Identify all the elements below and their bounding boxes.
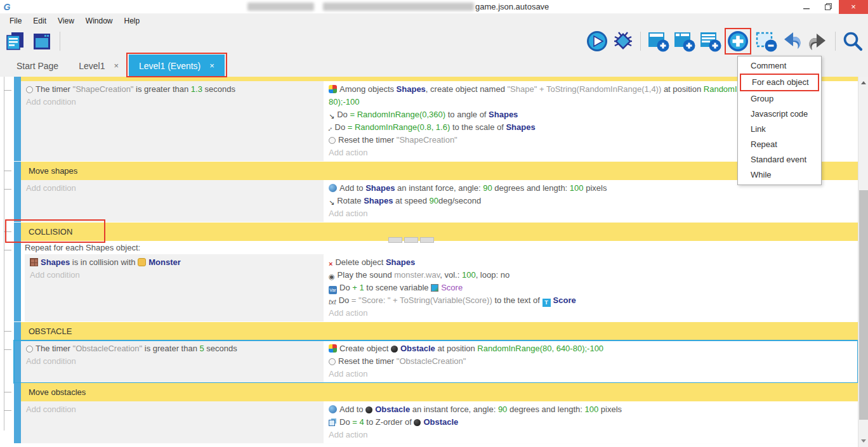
search-icon[interactable] (841, 30, 864, 53)
action-line[interactable]: Do = 4 to Z-order of Obstacle (324, 416, 858, 429)
titlebar: G game.json.autosave × (0, 0, 868, 14)
text-segment: Add condition (26, 356, 76, 366)
add-action-placeholder[interactable]: Add action (324, 368, 858, 380)
event-handle-bar[interactable] (14, 322, 21, 340)
text-segment: Rotate (337, 196, 364, 205)
tab-close-icon[interactable]: × (209, 61, 214, 70)
add-action-placeholder[interactable]: Add action (324, 307, 858, 320)
add-condition-placeholder[interactable]: Add condition (21, 182, 324, 195)
context-menu-item-while[interactable]: While (738, 167, 821, 183)
event-row[interactable]: The timer "ShapeCreation" is greater tha… (14, 81, 858, 162)
scene-window-icon[interactable] (30, 30, 53, 53)
menu-help[interactable]: Help (119, 14, 146, 28)
condition-line[interactable]: The timer "ObstacleCreation" is greater … (21, 342, 324, 355)
group-header-move-shapes[interactable]: Move shapes (14, 162, 858, 180)
action-line[interactable]: ↘Rotate Shapes at speed 90deg/second (324, 195, 858, 207)
debug-icon[interactable] (612, 30, 635, 53)
text-segment: Add to (339, 405, 365, 414)
menu-edit[interactable]: Edit (27, 14, 52, 28)
add-subevent-icon[interactable] (673, 30, 695, 53)
close-button[interactable]: × (839, 0, 868, 14)
condition-line[interactable]: The timer "ShapeCreation" is greater tha… (21, 83, 324, 96)
tab-level1[interactable]: Level1× (69, 55, 129, 77)
context-menu-item-group[interactable]: Group (738, 91, 821, 107)
context-menu-item-comment[interactable]: Comment (738, 58, 821, 74)
action-line[interactable]: ◉Play the sound monster.wav, vol.: 100, … (324, 269, 858, 282)
scroll-down-arrow-icon[interactable] (861, 439, 866, 443)
context-menu-item-standard-event[interactable]: Standard event (738, 152, 821, 167)
redo-icon[interactable] (806, 30, 829, 53)
add-standard-event-icon[interactable] (647, 30, 669, 53)
text-segment: The timer (36, 84, 73, 94)
minimize-button[interactable] (796, 0, 817, 14)
event-row[interactable]: Repeat for each Shapes object:Shapes is … (14, 241, 858, 322)
angle-icon: ↘ (329, 112, 334, 120)
add-action-placeholder[interactable]: Add action (324, 207, 858, 220)
add-condition-placeholder[interactable]: Add condition (21, 355, 324, 368)
add-event-type-icon[interactable] (727, 30, 749, 53)
add-comment-icon[interactable] (699, 30, 721, 53)
context-menu-item-for-each-object[interactable]: For each object (741, 75, 818, 90)
action-line[interactable]: Add to Obstacle an instant force, angle:… (324, 403, 858, 416)
group-label: Move obstacles (21, 383, 858, 401)
event-row[interactable]: Add conditionAdd to Obstacle an instant … (14, 401, 858, 444)
remove-event-icon[interactable] (754, 30, 777, 53)
restore-button[interactable] (817, 0, 839, 14)
action-line[interactable]: ×Delete object Shapes (324, 256, 858, 269)
event-handle-bar[interactable] (14, 81, 21, 161)
delete-icon: × (329, 260, 332, 268)
text-segment: Play the sound (338, 270, 395, 280)
event-handle-bar[interactable] (14, 241, 21, 321)
play-icon[interactable] (586, 30, 608, 53)
action-line[interactable]: txtDo = "Score: " + ToString(Variable(Sc… (324, 294, 858, 307)
text-segment: an instant force, angle: (410, 405, 498, 414)
action-line[interactable]: Create object Obstacle at position Rando… (324, 342, 858, 355)
tab-close-icon[interactable]: × (114, 61, 119, 70)
text-segment: Obstacle (375, 405, 410, 414)
event-row[interactable]: Add conditionAdd to Shapes an instant fo… (14, 180, 858, 223)
event-handle-bar[interactable] (14, 383, 21, 401)
action-line[interactable]: VarDo + 1 to scene variable Score (324, 282, 858, 294)
context-menu-item-javascript-code[interactable]: Javascript code (738, 107, 821, 122)
scrollbar-thumb[interactable] (859, 190, 868, 420)
text-segment: Monster (148, 257, 181, 267)
event-handle-bar[interactable] (14, 401, 21, 443)
text-segment: = RandomInRange(0.8, 1.6) (348, 122, 450, 132)
foreach-header[interactable]: Repeat for each Shapes object: (21, 241, 858, 254)
event-handle-bar[interactable] (14, 162, 21, 180)
text-segment: 5 (200, 344, 204, 353)
add-condition-placeholder[interactable]: Add condition (25, 269, 324, 282)
menu-file[interactable]: File (4, 14, 27, 28)
event-row[interactable]: The timer "ObstacleCreation" is greater … (14, 340, 858, 383)
action-line[interactable]: Reset the timer "ObstacleCreation" (324, 355, 858, 368)
tab-level1-events-[interactable]: Level1 (Events)× (129, 55, 225, 77)
text-segment: to Z-order of (364, 417, 414, 427)
tab-start-page[interactable]: Start Page (6, 55, 69, 77)
project-manager-icon[interactable] (4, 30, 27, 53)
group-header-move-obstacles[interactable]: Move obstacles (14, 383, 858, 401)
event-handle-bar[interactable] (14, 223, 21, 241)
text-segment: is greater than (133, 84, 190, 94)
tab-label: Start Page (16, 61, 58, 71)
event-handle-bar[interactable] (14, 180, 21, 222)
vertical-scrollbar[interactable] (858, 77, 868, 447)
group-header-collision[interactable]: COLLISION (14, 223, 858, 241)
context-menu-item-repeat[interactable]: Repeat (738, 137, 821, 152)
text-segment: Add action (329, 430, 367, 439)
context-menu-item-link[interactable]: Link (738, 122, 821, 137)
text-segment: Add condition (26, 97, 76, 107)
add-condition-placeholder[interactable]: Add condition (21, 96, 324, 108)
obstacle-icon (414, 419, 421, 426)
menu-view[interactable]: View (52, 14, 80, 28)
add-condition-placeholder[interactable]: Add condition (21, 403, 324, 416)
tab-label: Level1 (Events) (139, 61, 201, 71)
undo-icon[interactable] (780, 30, 803, 53)
menu-window[interactable]: Window (80, 14, 119, 28)
event-handle-bar[interactable] (14, 340, 21, 382)
condition-line[interactable]: Shapes is in collision with Monster (25, 256, 324, 269)
group-header-obstacle[interactable]: OBSTACLE (14, 322, 858, 340)
add-action-placeholder[interactable]: Add action (324, 429, 858, 441)
text-segment: Delete object (335, 257, 386, 267)
scroll-up-arrow-icon[interactable] (861, 81, 866, 84)
text-segment: "ObstacleCreation" (397, 356, 466, 366)
